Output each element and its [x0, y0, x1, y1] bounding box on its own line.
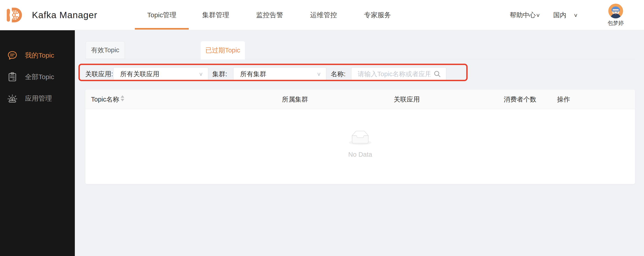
header-right-area: 帮助中心∨ 国内∨ 包梦婷	[510, 0, 644, 30]
help-center-menu[interactable]: 帮助中心∨	[510, 11, 540, 20]
top-header: Kafka Manager Topic管理 集群管理 监控告警 运维管控 专家服…	[0, 0, 644, 30]
topic-table: Topic名称 所属集群 关联应用 消费者个数 操作 No Data	[86, 90, 635, 184]
tab-expired-topic[interactable]: 已过期Topic	[201, 41, 245, 59]
chat-bubble-icon	[7, 50, 18, 61]
region-label: 国内	[553, 11, 566, 19]
chevron-down-icon: ∨	[536, 12, 540, 18]
sidebar-item-label: 应用管理	[25, 94, 52, 103]
filter-app-label: 关联应用:	[85, 67, 113, 81]
column-cluster: 所属集群	[282, 90, 308, 109]
filter-cluster-select[interactable]: 所有集群 ∨	[233, 67, 326, 81]
search-icon[interactable]	[434, 70, 441, 78]
sidebar-item-app-management[interactable]: 应用管理	[0, 88, 75, 109]
nav-expert-service[interactable]: 专家服务	[350, 0, 404, 30]
empty-state-text: No Data	[348, 151, 372, 158]
nav-ops-control[interactable]: 运维管控	[296, 0, 350, 30]
chevron-down-icon: ∨	[574, 12, 578, 18]
topic-search-input[interactable]	[351, 67, 446, 81]
filter-name-label: 名称:	[331, 67, 346, 81]
top-navigation: Topic管理 集群管理 监控告警 运维管控 专家服务	[135, 0, 404, 30]
sort-ascending-icon[interactable]	[121, 95, 124, 98]
sidebar-item-label: 全部Topic	[25, 72, 54, 82]
nav-monitor-alert[interactable]: 监控告警	[243, 0, 296, 30]
nav-cluster-management[interactable]: 集群管理	[189, 0, 243, 30]
sort-descending-icon[interactable]	[121, 99, 124, 101]
sidebar-item-my-topic[interactable]: 我的Topic	[0, 45, 75, 66]
user-name: 包梦婷	[608, 19, 624, 27]
filter-app-select[interactable]: 所有关联应用 ∨	[113, 67, 208, 81]
siren-icon	[7, 93, 18, 104]
filter-cluster-value: 所有集群	[240, 70, 266, 78]
sidebar-item-label: 我的Topic	[25, 51, 54, 60]
sidebar-item-all-topic[interactable]: 全部Topic	[0, 66, 75, 88]
app-title: Kafka Manager	[32, 0, 97, 30]
filter-app-value: 所有关联应用	[120, 70, 159, 78]
kafka-manager-logo-icon[interactable]	[7, 6, 25, 24]
tab-valid-topic[interactable]: 有效Topic	[86, 41, 125, 59]
table-header-row: Topic名称 所属集群 关联应用 消费者个数 操作	[86, 90, 635, 109]
avatar[interactable]	[608, 3, 623, 18]
empty-state: No Data	[86, 109, 635, 158]
region-selector[interactable]: 国内∨	[553, 11, 578, 20]
tabs-divider	[86, 59, 635, 59]
main-content: 有效Topic 已过期Topic 关联应用: 所有关联应用 ∨ 集群: 所有集群…	[75, 30, 644, 256]
column-consumer-count: 消费者个数	[504, 90, 536, 109]
chevron-down-icon: ∨	[199, 68, 203, 79]
column-actions: 操作	[557, 90, 570, 109]
sort-toggle[interactable]	[121, 95, 124, 104]
user-profile[interactable]: 包梦婷	[605, 3, 626, 27]
filter-cluster-label: 集群:	[212, 67, 227, 81]
column-related-app: 关联应用	[394, 90, 420, 109]
chevron-down-icon: ∨	[316, 68, 321, 79]
empty-inbox-icon	[349, 131, 372, 145]
help-center-label: 帮助中心	[510, 11, 536, 19]
column-topic-name: Topic名称	[91, 90, 119, 109]
clipboard-icon	[7, 72, 18, 82]
sidebar: 我的Topic 全部Topic	[0, 30, 75, 256]
nav-topic-management[interactable]: Topic管理	[135, 0, 189, 30]
